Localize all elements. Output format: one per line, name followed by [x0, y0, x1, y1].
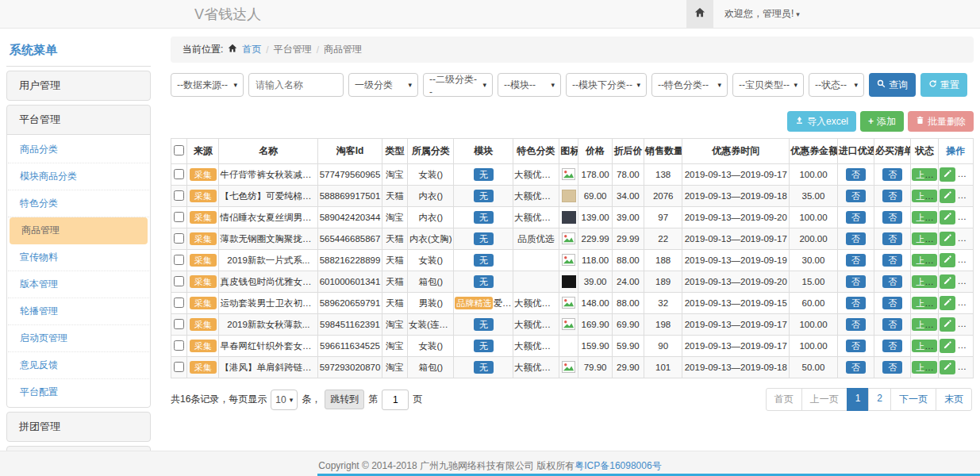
- sidebar-subitem-goods-category[interactable]: 商品分类: [8, 136, 149, 163]
- sidebar-subitem-splash-management[interactable]: 启动页管理: [8, 325, 149, 352]
- imported-toggle[interactable]: 否: [846, 318, 866, 331]
- imported-toggle[interactable]: 否: [846, 168, 866, 181]
- name-search-input[interactable]: [248, 73, 344, 97]
- imported-toggle[interactable]: 否: [846, 340, 866, 352]
- edit-button[interactable]: [940, 317, 955, 332]
- sidebar-subitem-feature-category[interactable]: 特色分类: [8, 190, 149, 217]
- edit-button[interactable]: [940, 339, 955, 353]
- status-button[interactable]: 上架: [912, 254, 937, 267]
- page-2[interactable]: 2: [868, 388, 891, 411]
- sidebar-item-platform-management-header[interactable]: 平台管理: [7, 106, 150, 134]
- home-button[interactable]: [686, 0, 713, 28]
- sidebar-subitem-feedback[interactable]: 意见反馈: [8, 352, 149, 379]
- must-buy-toggle[interactable]: 否: [882, 211, 902, 224]
- must-buy-toggle[interactable]: 否: [882, 254, 902, 267]
- sidebar-subitem-carousel-management[interactable]: 轮播管理: [8, 298, 149, 325]
- row-checkbox[interactable]: [174, 298, 184, 308]
- table-row: 采集 牛仔背带裤女秋装减龄... 577479560965 淘宝 女装() 无 …: [171, 164, 974, 186]
- status-button[interactable]: 上架: [912, 318, 937, 331]
- sidebar-item-group-buy-management[interactable]: 拼团管理: [6, 412, 151, 442]
- must-buy-toggle[interactable]: 否: [882, 297, 902, 309]
- status-select[interactable]: --状态--▾: [809, 73, 864, 97]
- imported-toggle[interactable]: 否: [846, 190, 866, 202]
- row-checkbox[interactable]: [174, 319, 184, 329]
- module-sub-select[interactable]: --模块下分类--▾: [566, 73, 647, 97]
- jump-page-input[interactable]: [382, 390, 409, 410]
- row-checkbox[interactable]: [174, 276, 184, 286]
- row-checkbox[interactable]: [174, 340, 184, 351]
- must-buy-toggle[interactable]: 否: [882, 190, 902, 202]
- page-prev[interactable]: 上一页: [801, 388, 847, 411]
- row-checkbox[interactable]: [174, 169, 184, 179]
- imported-toggle[interactable]: 否: [846, 254, 866, 267]
- edit-button[interactable]: [940, 232, 955, 246]
- jump-button[interactable]: 跳转到: [325, 390, 364, 409]
- status-button[interactable]: 上架: [912, 232, 937, 245]
- status-button[interactable]: 上架: [912, 340, 937, 352]
- category1-select[interactable]: 一级分类▾: [348, 73, 418, 97]
- feature-category-select[interactable]: --特色分类--▾: [651, 73, 728, 97]
- sales-count: 97: [644, 207, 682, 228]
- imported-toggle[interactable]: 否: [846, 232, 866, 245]
- status-button[interactable]: 上架: [912, 190, 937, 202]
- coupon-time: 2019-09-13—2019-09-15: [682, 293, 790, 314]
- page-next[interactable]: 下一页: [890, 388, 936, 411]
- edit-button[interactable]: [940, 189, 955, 203]
- taoke-id: 597293020870: [318, 357, 382, 378]
- product-category: 女装(): [408, 250, 454, 271]
- import-excel-button[interactable]: 导入excel: [787, 111, 856, 132]
- user-menu[interactable]: 欢迎您，管理员!▾: [713, 7, 800, 21]
- must-buy-toggle[interactable]: 否: [882, 168, 902, 181]
- sidebar-subitem-version-management[interactable]: 版本管理: [8, 271, 149, 298]
- edit-button[interactable]: [940, 274, 955, 289]
- row-checkbox[interactable]: [174, 362, 184, 372]
- status-button[interactable]: 上架: [912, 211, 937, 224]
- item-type-select[interactable]: --宝贝类型--▾: [732, 73, 804, 97]
- source-badge: 采集: [190, 297, 217, 309]
- sidebar-item-user-management[interactable]: 用户管理: [6, 71, 151, 101]
- search-button[interactable]: 查询: [869, 73, 916, 97]
- row-checkbox[interactable]: [174, 212, 184, 222]
- page-last[interactable]: 末页: [936, 388, 972, 411]
- table-row: 采集 真皮钱包时尚优雅女士... 601000601341 天猫 箱包() 无 …: [171, 271, 974, 293]
- per-page-select[interactable]: 10▾: [271, 390, 298, 410]
- edit-button[interactable]: [940, 253, 955, 267]
- select-all-checkbox[interactable]: [174, 145, 184, 155]
- imported-toggle[interactable]: 否: [846, 211, 866, 224]
- must-buy-toggle[interactable]: 否: [882, 232, 902, 245]
- sidebar-subitem-platform-config[interactable]: 平台配置: [8, 379, 149, 405]
- data-source-select[interactable]: --数据来源--▾: [171, 73, 244, 97]
- imported-toggle[interactable]: 否: [846, 361, 866, 374]
- sidebar-subitem-promo-materials[interactable]: 宣传物料: [8, 244, 149, 271]
- add-button[interactable]: + 添加: [860, 111, 904, 132]
- sidebar-subitem-module-goods-category[interactable]: 模块商品分类: [8, 163, 149, 190]
- sidebar-subitem-goods-management[interactable]: 商品管理: [10, 217, 148, 244]
- category2-select[interactable]: --二级分类--▾: [423, 73, 493, 97]
- row-checkbox[interactable]: [174, 255, 184, 265]
- must-buy-toggle[interactable]: 否: [882, 361, 902, 374]
- status-button[interactable]: 上架: [912, 168, 937, 181]
- page-first[interactable]: 首页: [766, 388, 802, 411]
- must-buy-toggle[interactable]: 否: [882, 318, 902, 331]
- footer: Copyright © 2014-2018 广州九驰网络科技有限公司 版权所有粤…: [0, 451, 980, 476]
- edit-button[interactable]: [940, 167, 955, 182]
- imported-toggle[interactable]: 否: [846, 275, 866, 288]
- reset-button[interactable]: 重置: [920, 73, 967, 97]
- must-buy-toggle[interactable]: 否: [882, 340, 902, 352]
- source-badge: 采集: [190, 190, 217, 202]
- must-buy-toggle[interactable]: 否: [882, 275, 902, 288]
- row-checkbox[interactable]: [174, 233, 184, 244]
- icp-link[interactable]: 粤ICP备16098006号: [575, 460, 661, 471]
- row-checkbox[interactable]: [174, 190, 184, 201]
- imported-toggle[interactable]: 否: [846, 297, 866, 309]
- page-1[interactable]: 1: [847, 388, 870, 411]
- status-button[interactable]: 上架: [912, 275, 937, 288]
- batch-delete-button[interactable]: 批量删除: [908, 111, 974, 132]
- status-button[interactable]: 上架: [912, 297, 937, 309]
- breadcrumb-home-link[interactable]: 首页: [242, 43, 261, 56]
- edit-button[interactable]: [940, 360, 955, 374]
- edit-button[interactable]: [940, 210, 955, 225]
- status-button[interactable]: 上架: [912, 361, 937, 374]
- module-select[interactable]: --模块--▾: [498, 73, 561, 97]
- edit-button[interactable]: [940, 296, 955, 310]
